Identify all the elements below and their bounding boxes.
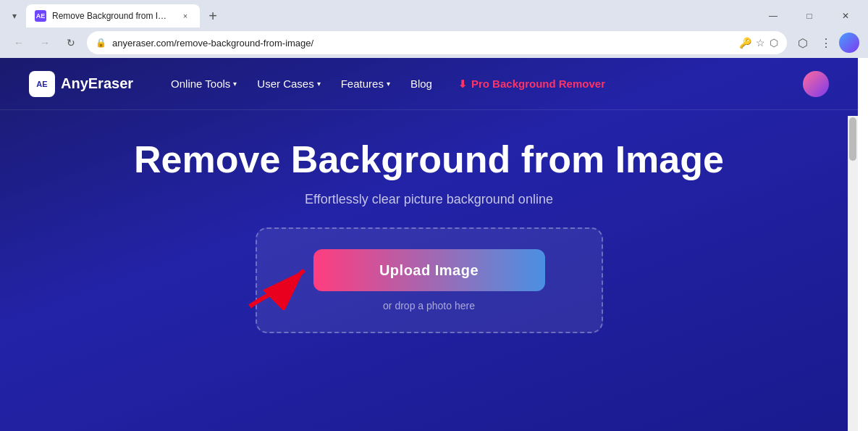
browser-tab[interactable]: AE Remove Background from Imac... × bbox=[26, 4, 200, 28]
website-content: AE AnyEraser Online Tools ▾ User Cases ▾… bbox=[0, 58, 858, 431]
drop-text: or drop a photo here bbox=[383, 300, 475, 311]
star-icon[interactable]: ☆ bbox=[756, 37, 765, 49]
share-icon[interactable]: ⬡ bbox=[770, 37, 778, 49]
user-avatar[interactable] bbox=[803, 71, 829, 97]
nav-pro-background-remover[interactable]: ⬇ Pro Background Remover bbox=[450, 73, 614, 94]
pro-label: Pro Background Remover bbox=[471, 78, 605, 90]
nav-link-blog[interactable]: Blog bbox=[402, 73, 441, 94]
nav-links: Online Tools ▾ User Cases ▾ Features ▾ B… bbox=[162, 73, 803, 94]
site-logo[interactable]: AE AnyEraser bbox=[29, 71, 133, 97]
tab-title: Remove Background from Imac... bbox=[52, 11, 174, 21]
tab-favicon: AE bbox=[35, 10, 46, 22]
upload-image-btn[interactable]: Upload Image bbox=[313, 249, 545, 291]
url-text: anyeraser.com/remove-background-from-ima… bbox=[112, 38, 733, 49]
brand-name: AnyEraser bbox=[61, 75, 133, 92]
hero-title: Remove Background from Image bbox=[134, 139, 724, 180]
minimize-btn[interactable]: — bbox=[757, 4, 790, 28]
nav-link-online-tools[interactable]: Online Tools ▾ bbox=[162, 73, 245, 94]
forward-btn[interactable]: → bbox=[35, 33, 55, 53]
features-chevron: ▾ bbox=[387, 80, 390, 88]
url-actions: 🔑 ☆ ⬡ bbox=[739, 37, 778, 49]
download-icon: ⬇ bbox=[458, 78, 467, 90]
tab-dropdown-btn[interactable]: ▾ bbox=[6, 7, 23, 25]
nav-link-features[interactable]: Features ▾ bbox=[332, 73, 399, 94]
address-bar: ← → ↻ 🔒 anyeraser.com/remove-background-… bbox=[0, 28, 868, 58]
site-nav: AE AnyEraser Online Tools ▾ User Cases ▾… bbox=[0, 58, 858, 110]
user-cases-chevron: ▾ bbox=[317, 80, 321, 88]
hero-section: Remove Background from Image Effortlessl… bbox=[0, 110, 858, 333]
key-icon[interactable]: 🔑 bbox=[739, 37, 751, 49]
maximize-btn[interactable]: □ bbox=[793, 4, 826, 28]
profile-btn[interactable] bbox=[839, 33, 859, 53]
nav-link-user-cases[interactable]: User Cases ▾ bbox=[248, 73, 329, 94]
page-wrapper: ▾ AE Remove Background from Imac... × + … bbox=[0, 0, 868, 431]
user-cases-label: User Cases bbox=[257, 78, 313, 90]
tab-close-btn[interactable]: × bbox=[180, 10, 191, 22]
new-tab-btn[interactable]: + bbox=[203, 6, 223, 26]
scrollbar[interactable] bbox=[848, 116, 858, 431]
hero-subtitle: Effortlessly clear picture background on… bbox=[305, 192, 553, 207]
online-tools-chevron: ▾ bbox=[233, 80, 237, 88]
url-bar[interactable]: 🔒 anyeraser.com/remove-background-from-i… bbox=[87, 31, 787, 54]
red-arrow bbox=[243, 252, 315, 310]
back-btn[interactable]: ← bbox=[9, 33, 29, 53]
browser-actions: ⬡ ⋮ bbox=[793, 33, 859, 53]
browser-chrome: ▾ AE Remove Background from Imac... × + … bbox=[0, 0, 868, 58]
logo-box: AE bbox=[29, 71, 55, 97]
features-label: Features bbox=[341, 78, 384, 90]
close-btn[interactable]: ✕ bbox=[829, 4, 862, 28]
refresh-btn[interactable]: ↻ bbox=[61, 33, 81, 53]
online-tools-label: Online Tools bbox=[171, 78, 230, 90]
extensions-icon[interactable]: ⬡ bbox=[793, 33, 813, 53]
upload-box: Upload Image or drop a photo here bbox=[256, 227, 603, 333]
tab-bar-left: ▾ AE Remove Background from Imac... × + bbox=[6, 4, 223, 28]
lock-icon: 🔒 bbox=[96, 38, 106, 48]
title-bar: ▾ AE Remove Background from Imac... × + … bbox=[0, 0, 868, 28]
menu-icon[interactable]: ⋮ bbox=[816, 33, 836, 53]
window-controls: — □ ✕ bbox=[757, 4, 862, 28]
scrollbar-thumb[interactable] bbox=[849, 117, 856, 161]
